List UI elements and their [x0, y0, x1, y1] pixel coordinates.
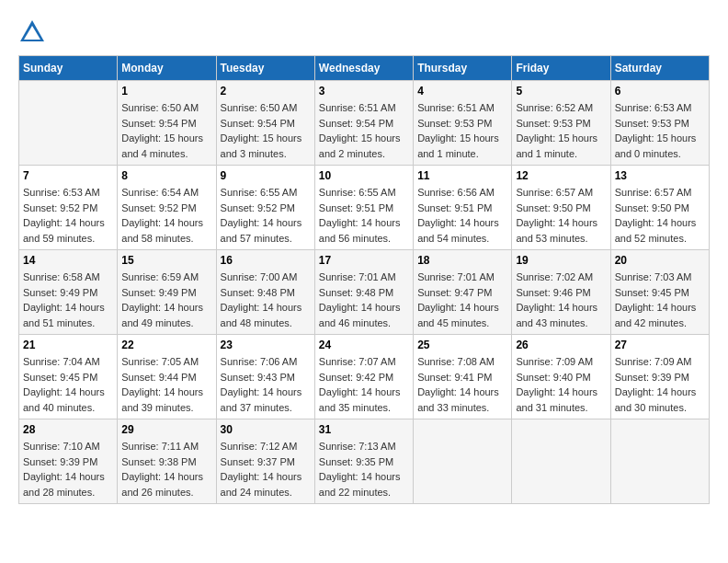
calendar-cell: 9Sunrise: 6:55 AM Sunset: 9:52 PM Daylig… — [216, 166, 314, 250]
calendar-cell — [512, 419, 610, 504]
calendar-cell: 27Sunrise: 7:09 AM Sunset: 9:39 PM Dayli… — [610, 335, 709, 419]
day-number: 5 — [516, 85, 606, 98]
day-info: Sunrise: 7:04 AM Sunset: 9:45 PM Dayligh… — [23, 354, 113, 415]
page-header — [18, 18, 710, 46]
day-info: Sunrise: 7:13 AM Sunset: 9:35 PM Dayligh… — [319, 439, 409, 500]
weekday-header-friday: Friday — [512, 56, 610, 81]
day-number: 13 — [615, 169, 705, 182]
calendar-cell: 24Sunrise: 7:07 AM Sunset: 9:42 PM Dayli… — [314, 335, 413, 419]
day-number: 17 — [319, 254, 409, 267]
calendar-cell: 3Sunrise: 6:51 AM Sunset: 9:54 PM Daylig… — [314, 81, 413, 166]
calendar-cell: 21Sunrise: 7:04 AM Sunset: 9:45 PM Dayli… — [19, 335, 118, 419]
day-info: Sunrise: 6:57 AM Sunset: 9:50 PM Dayligh… — [615, 185, 705, 246]
logo-icon — [18, 18, 46, 46]
calendar-week-row: 14Sunrise: 6:58 AM Sunset: 9:49 PM Dayli… — [19, 250, 710, 335]
day-number: 30 — [221, 423, 311, 436]
day-number: 6 — [615, 85, 705, 98]
day-info: Sunrise: 6:54 AM Sunset: 9:52 PM Dayligh… — [121, 185, 211, 246]
calendar-cell: 15Sunrise: 6:59 AM Sunset: 9:49 PM Dayli… — [118, 250, 216, 335]
calendar-cell: 18Sunrise: 7:01 AM Sunset: 9:47 PM Dayli… — [414, 250, 512, 335]
day-number: 22 — [121, 339, 211, 351]
day-info: Sunrise: 6:51 AM Sunset: 9:53 PM Dayligh… — [417, 100, 507, 161]
calendar-cell: 31Sunrise: 7:13 AM Sunset: 9:35 PM Dayli… — [314, 419, 413, 504]
calendar-week-row: 1Sunrise: 6:50 AM Sunset: 9:54 PM Daylig… — [19, 81, 710, 166]
day-info: Sunrise: 7:00 AM Sunset: 9:48 PM Dayligh… — [221, 270, 311, 330]
calendar-cell: 28Sunrise: 7:10 AM Sunset: 9:39 PM Dayli… — [19, 419, 118, 504]
day-number: 2 — [221, 85, 311, 98]
calendar-cell: 5Sunrise: 6:52 AM Sunset: 9:53 PM Daylig… — [512, 81, 610, 166]
calendar-table: SundayMondayTuesdayWednesdayThursdayFrid… — [18, 55, 710, 504]
day-info: Sunrise: 7:08 AM Sunset: 9:41 PM Dayligh… — [417, 354, 507, 415]
day-info: Sunrise: 7:12 AM Sunset: 9:37 PM Dayligh… — [221, 439, 311, 500]
calendar-cell: 17Sunrise: 7:01 AM Sunset: 9:48 PM Dayli… — [314, 250, 413, 335]
day-info: Sunrise: 6:50 AM Sunset: 9:54 PM Dayligh… — [221, 100, 311, 161]
calendar-cell: 16Sunrise: 7:00 AM Sunset: 9:48 PM Dayli… — [216, 250, 314, 335]
day-info: Sunrise: 7:09 AM Sunset: 9:40 PM Dayligh… — [516, 354, 606, 415]
day-number: 14 — [23, 254, 113, 267]
weekday-header-saturday: Saturday — [610, 56, 709, 81]
weekday-header-tuesday: Tuesday — [216, 56, 314, 81]
day-number: 25 — [417, 339, 507, 351]
day-info: Sunrise: 6:55 AM Sunset: 9:51 PM Dayligh… — [319, 185, 409, 246]
day-info: Sunrise: 6:58 AM Sunset: 9:49 PM Dayligh… — [23, 270, 113, 330]
weekday-header-thursday: Thursday — [414, 56, 512, 81]
calendar-week-row: 28Sunrise: 7:10 AM Sunset: 9:39 PM Dayli… — [19, 419, 710, 504]
calendar-cell: 7Sunrise: 6:53 AM Sunset: 9:52 PM Daylig… — [19, 166, 118, 250]
day-info: Sunrise: 6:50 AM Sunset: 9:54 PM Dayligh… — [121, 100, 211, 161]
logo — [18, 18, 50, 46]
calendar-cell: 4Sunrise: 6:51 AM Sunset: 9:53 PM Daylig… — [414, 81, 512, 166]
calendar-cell — [610, 419, 709, 504]
calendar-week-row: 21Sunrise: 7:04 AM Sunset: 9:45 PM Dayli… — [19, 335, 710, 419]
calendar-cell: 22Sunrise: 7:05 AM Sunset: 9:44 PM Dayli… — [118, 335, 216, 419]
calendar-cell: 14Sunrise: 6:58 AM Sunset: 9:49 PM Dayli… — [19, 250, 118, 335]
day-info: Sunrise: 7:03 AM Sunset: 9:45 PM Dayligh… — [615, 270, 705, 330]
day-number: 10 — [319, 169, 409, 182]
day-info: Sunrise: 7:07 AM Sunset: 9:42 PM Dayligh… — [319, 354, 409, 415]
day-info: Sunrise: 7:01 AM Sunset: 9:47 PM Dayligh… — [417, 270, 507, 330]
day-info: Sunrise: 7:11 AM Sunset: 9:38 PM Dayligh… — [121, 439, 211, 500]
weekday-header-row: SundayMondayTuesdayWednesdayThursdayFrid… — [19, 56, 710, 81]
day-number: 4 — [417, 85, 507, 98]
day-number: 24 — [319, 339, 409, 351]
weekday-header-sunday: Sunday — [19, 56, 118, 81]
day-info: Sunrise: 6:52 AM Sunset: 9:53 PM Dayligh… — [516, 100, 606, 161]
day-number: 3 — [319, 85, 409, 98]
calendar-cell: 8Sunrise: 6:54 AM Sunset: 9:52 PM Daylig… — [118, 166, 216, 250]
day-info: Sunrise: 7:10 AM Sunset: 9:39 PM Dayligh… — [23, 439, 113, 500]
day-number: 29 — [121, 423, 211, 436]
calendar-cell: 19Sunrise: 7:02 AM Sunset: 9:46 PM Dayli… — [512, 250, 610, 335]
day-number: 12 — [516, 169, 606, 182]
day-number: 16 — [221, 254, 311, 267]
day-number: 21 — [23, 339, 113, 351]
day-number: 7 — [23, 169, 113, 182]
day-number: 1 — [121, 85, 211, 98]
calendar-cell: 13Sunrise: 6:57 AM Sunset: 9:50 PM Dayli… — [610, 166, 709, 250]
calendar-cell: 23Sunrise: 7:06 AM Sunset: 9:43 PM Dayli… — [216, 335, 314, 419]
calendar-cell: 10Sunrise: 6:55 AM Sunset: 9:51 PM Dayli… — [314, 166, 413, 250]
day-info: Sunrise: 7:05 AM Sunset: 9:44 PM Dayligh… — [121, 354, 211, 415]
day-number: 26 — [516, 339, 606, 351]
calendar-cell: 20Sunrise: 7:03 AM Sunset: 9:45 PM Dayli… — [610, 250, 709, 335]
calendar-header: SundayMondayTuesdayWednesdayThursdayFrid… — [19, 56, 710, 81]
day-info: Sunrise: 7:09 AM Sunset: 9:39 PM Dayligh… — [615, 354, 705, 415]
day-info: Sunrise: 7:06 AM Sunset: 9:43 PM Dayligh… — [221, 354, 311, 415]
day-info: Sunrise: 7:02 AM Sunset: 9:46 PM Dayligh… — [516, 270, 606, 330]
day-number: 20 — [615, 254, 705, 267]
day-number: 23 — [221, 339, 311, 351]
day-info: Sunrise: 6:56 AM Sunset: 9:51 PM Dayligh… — [417, 185, 507, 246]
day-info: Sunrise: 6:57 AM Sunset: 9:50 PM Dayligh… — [516, 185, 606, 246]
calendar-cell: 25Sunrise: 7:08 AM Sunset: 9:41 PM Dayli… — [414, 335, 512, 419]
day-info: Sunrise: 6:55 AM Sunset: 9:52 PM Dayligh… — [221, 185, 311, 246]
calendar-cell: 6Sunrise: 6:53 AM Sunset: 9:53 PM Daylig… — [610, 81, 709, 166]
calendar-body: 1Sunrise: 6:50 AM Sunset: 9:54 PM Daylig… — [19, 81, 710, 504]
day-info: Sunrise: 6:53 AM Sunset: 9:52 PM Dayligh… — [23, 185, 113, 246]
day-number: 11 — [417, 169, 507, 182]
calendar-cell: 12Sunrise: 6:57 AM Sunset: 9:50 PM Dayli… — [512, 166, 610, 250]
calendar-cell: 11Sunrise: 6:56 AM Sunset: 9:51 PM Dayli… — [414, 166, 512, 250]
calendar-cell: 30Sunrise: 7:12 AM Sunset: 9:37 PM Dayli… — [216, 419, 314, 504]
day-number: 19 — [516, 254, 606, 267]
calendar-cell: 29Sunrise: 7:11 AM Sunset: 9:38 PM Dayli… — [118, 419, 216, 504]
day-number: 27 — [615, 339, 705, 351]
calendar-cell: 2Sunrise: 6:50 AM Sunset: 9:54 PM Daylig… — [216, 81, 314, 166]
weekday-header-wednesday: Wednesday — [314, 56, 413, 81]
